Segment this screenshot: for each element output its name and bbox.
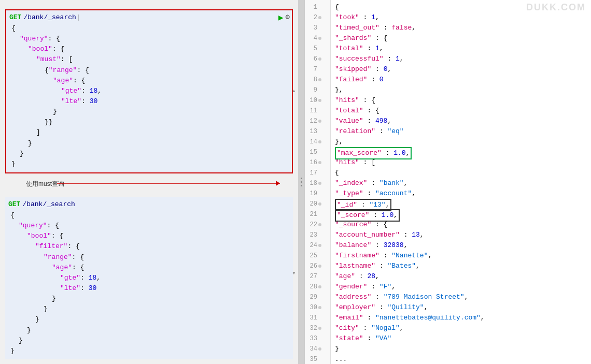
line-num-7: 7	[305, 64, 330, 75]
code-line-13: "relation" : "eq"	[335, 126, 587, 137]
code-line-33: "state" : "VA"	[335, 333, 587, 344]
line-num-32: 32	[305, 323, 330, 333]
annotation-label: 使用must查询	[26, 180, 64, 188]
line-num-22: 22	[305, 220, 330, 230]
code-line-27: "age" : 28,	[335, 271, 587, 282]
http-method-1: GET	[9, 13, 21, 21]
line-num-33: 33	[305, 333, 330, 344]
code-line-4: "_shards" : {	[335, 33, 587, 43]
line-num-30: 30	[305, 302, 330, 313]
line-num-20: 20	[305, 199, 330, 209]
divider-dot-3	[301, 185, 302, 186]
scroll-up-icon[interactable]: ▲	[293, 89, 295, 93]
http-method-2: GET	[8, 200, 20, 208]
line-num-9: 9	[305, 85, 330, 95]
code-line-32: "city" : "Nogal",	[335, 323, 587, 333]
code-line-14: },	[335, 137, 587, 147]
query-box-1: GET /bank/_search ▶ ⚙ { "query": { "bool…	[5, 9, 293, 173]
line-num-31: 31	[305, 313, 330, 323]
code-line-18: "_index" : "bank",	[335, 178, 587, 188]
right-panel: DUKK.COM 1234567891011121314151617181920…	[304, 0, 591, 364]
code-line-5: "total" : 1,	[335, 43, 587, 54]
line-num-35: 35	[305, 354, 330, 364]
line-num-23: 23	[305, 230, 330, 240]
code-line-19: "_type" : "account",	[335, 188, 587, 199]
line-num-8: 8	[305, 75, 330, 85]
code-line-3: "timed_out" : false,	[335, 23, 587, 33]
code-viewer[interactable]: 1234567891011121314151617181920212223242…	[305, 0, 591, 364]
url-text-2: /bank/_search	[22, 200, 75, 208]
run-button-1[interactable]: ▶	[278, 12, 284, 23]
line-num-2: 2	[305, 12, 330, 23]
line-num-34: 34	[305, 344, 330, 354]
code-content: { "took" : 1, "timed_out" : false, "_sha…	[331, 0, 591, 364]
svg-marker-1	[276, 181, 280, 186]
divider-dot-2	[301, 181, 302, 183]
code-line-8: "failed" : 0	[335, 75, 587, 85]
line-num-29: 29	[305, 292, 330, 302]
code-line-16: "hits" : [	[335, 157, 587, 168]
code-line-30: "employer" : "Quility",	[335, 302, 587, 313]
line-num-11: 11	[305, 106, 330, 116]
line-num-25: 25	[305, 251, 330, 261]
code-line-28: "gender" : "F",	[335, 282, 587, 292]
panel-divider	[298, 0, 304, 364]
code-line-22: "_source" : {	[335, 220, 587, 230]
code-line-23: "account_number" : 13,	[335, 230, 587, 240]
code-line-11: "total" : {	[335, 106, 587, 116]
line-num-18: 18	[305, 178, 330, 188]
code-line-26: "lastname" : "Bates",	[335, 261, 587, 271]
line-num-19: 19	[305, 188, 330, 199]
line-numbers: 1234567891011121314151617181920212223242…	[305, 0, 331, 364]
scroll-down-icon[interactable]: ▼	[293, 271, 295, 275]
code-line-7: "skipped" : 0,	[335, 64, 587, 75]
line-num-17: 17	[305, 168, 330, 178]
code-line-21: "_score" : 1.0,	[335, 209, 587, 220]
code-line-20: "_id" : "13",	[335, 199, 587, 209]
code-line-15: "max_score" : 1.0,	[335, 147, 587, 157]
line-num-24: 24	[305, 240, 330, 251]
line-num-5: 5	[305, 43, 330, 54]
scroll-bar[interactable]: ▲ ▼	[291, 0, 297, 364]
line-num-6: 6	[305, 54, 330, 64]
code-line-6: "successful" : 1,	[335, 54, 587, 64]
line-num-3: 3	[305, 23, 330, 33]
code-line-24: "balance" : 32838,	[335, 240, 587, 251]
line-num-15: 15	[305, 147, 330, 157]
line-num-13: 13	[305, 126, 330, 137]
divider-dot-1	[301, 178, 302, 179]
line-num-1: 1	[305, 2, 330, 12]
url-input-1[interactable]: /bank/_search	[23, 13, 80, 21]
query-code-2: { "query": { "bool": { "filter": { "rang…	[8, 209, 290, 357]
code-line-12: "value" : 498,	[335, 116, 587, 126]
line-num-12: 12	[305, 116, 330, 126]
line-num-14: 14	[305, 137, 330, 147]
code-line-31: "email" : "nanettebates@quility.com",	[335, 313, 587, 323]
line-num-27: 27	[305, 271, 330, 282]
code-line-17: {	[335, 168, 587, 178]
code-line-35: ...	[335, 354, 587, 364]
query-code-1: { "query": { "bool": { "must": [ {"range…	[9, 22, 289, 170]
settings-icon-1[interactable]: ⚙	[286, 12, 290, 23]
code-line-34: }	[335, 344, 587, 354]
code-line-10: "hits" : {	[335, 95, 587, 106]
code-line-29: "address" : "789 Madison Street",	[335, 292, 587, 302]
line-num-4: 4	[305, 33, 330, 43]
line-num-28: 28	[305, 282, 330, 292]
left-panel: GET /bank/_search ▶ ⚙ { "query": { "bool…	[0, 0, 298, 364]
line-num-26: 26	[305, 261, 330, 271]
code-line-1: {	[335, 2, 587, 12]
code-line-2: "took" : 1,	[335, 12, 587, 23]
line-num-16: 16	[305, 157, 330, 168]
query-box-2: GET /bank/_search { "query": { "bool": {…	[5, 197, 293, 359]
line-num-21: 21	[305, 209, 330, 220]
line-num-10: 10	[305, 95, 330, 106]
code-line-25: "firstname" : "Nanette",	[335, 251, 587, 261]
code-line-9: },	[335, 85, 587, 95]
